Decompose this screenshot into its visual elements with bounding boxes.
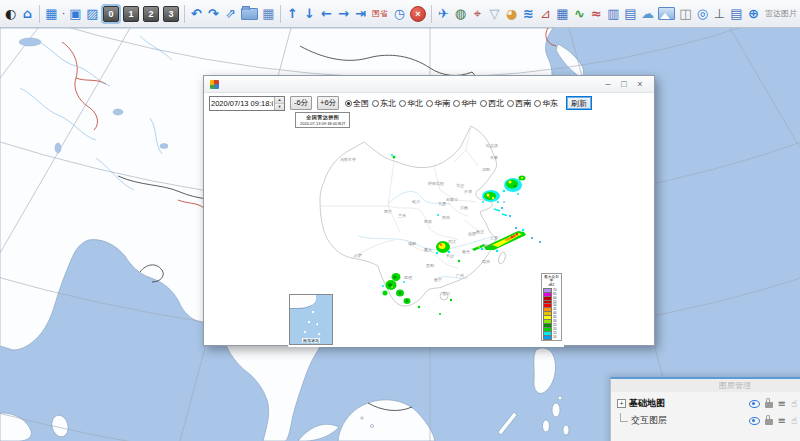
- guosheng-label[interactable]: 国省: [369, 10, 391, 18]
- radar-globe-icon[interactable]: ◍: [452, 3, 469, 25]
- region-radio-group: 全国东北华北华南华中西北西南华东: [345, 98, 561, 109]
- panel-list-icon[interactable]: ▤: [728, 3, 745, 25]
- radio-label: 西南: [515, 98, 531, 109]
- stop-icon[interactable]: ×: [410, 6, 426, 22]
- toolbar-separator: [280, 5, 281, 23]
- region-radio-华南[interactable]: 华南: [426, 98, 450, 109]
- inset-label: 南海诸岛: [302, 338, 320, 343]
- minimize-button[interactable]: –: [600, 77, 616, 91]
- swap-window-icon[interactable]: ▨: [84, 3, 101, 25]
- region-radio-华中[interactable]: 华中: [453, 98, 477, 109]
- toolbar-separator: [39, 5, 40, 23]
- layer-list-icon[interactable]: ≡: [778, 399, 786, 409]
- pan-left-icon[interactable]: ←: [318, 3, 335, 25]
- prev-frame-button[interactable]: -6分: [290, 96, 312, 110]
- pan-down-icon[interactable]: ↓: [301, 3, 318, 25]
- refresh-button[interactable]: 刷新: [566, 96, 592, 110]
- region-radio-西北[interactable]: 西北: [480, 98, 504, 109]
- radio-label: 华东: [542, 98, 558, 109]
- dropdown-dot-icon[interactable]: ·: [60, 3, 67, 25]
- radio-label: 华中: [461, 98, 477, 109]
- layer-label: 交互图层: [631, 414, 667, 427]
- radio-label: 华北: [407, 98, 423, 109]
- radio-icon: [345, 100, 352, 107]
- close-button[interactable]: ×: [632, 77, 648, 91]
- table-2x-icon[interactable]: ▤: [622, 3, 639, 25]
- pan-right-icon[interactable]: →: [335, 3, 352, 25]
- contrast-icon[interactable]: ◐: [2, 3, 19, 25]
- region-radio-全国[interactable]: 全国: [345, 98, 369, 109]
- radar-title-box: 全国雷达拼图 2020-07-13 09:18:00 BJT: [295, 112, 350, 128]
- dialog-titlebar[interactable]: – □ ×: [204, 76, 654, 93]
- search-globe-icon[interactable]: ◎: [694, 3, 711, 25]
- legend-swatch: [543, 335, 552, 340]
- pan-up-icon[interactable]: ↑: [284, 3, 301, 25]
- table-n-icon[interactable]: ▥: [605, 3, 622, 25]
- screen-0-button[interactable]: 0: [103, 6, 119, 22]
- toolbar-separator: [184, 5, 185, 23]
- step-end-icon[interactable]: ⇥: [352, 3, 369, 25]
- typhoon-icon[interactable]: ▽: [486, 3, 503, 25]
- region-radio-华东[interactable]: 华东: [534, 98, 558, 109]
- spinner-down-icon[interactable]: ▼: [275, 104, 284, 110]
- redo-icon[interactable]: ↷: [205, 3, 222, 25]
- flight-track-icon[interactable]: ✈: [435, 3, 452, 25]
- export-icon[interactable]: ⇗: [222, 3, 239, 25]
- datetime-input[interactable]: [210, 97, 274, 110]
- radio-label: 全国: [353, 98, 369, 109]
- visibility-eye-icon[interactable]: [749, 400, 760, 408]
- hand-pointer-icon[interactable]: ☝: [791, 416, 797, 426]
- screen-1-button[interactable]: 1: [123, 6, 139, 22]
- region-radio-西南[interactable]: 西南: [507, 98, 531, 109]
- legend-entries: 70656055504540353025201510: [543, 289, 560, 340]
- layer-row[interactable]: +基础地图≡☝: [617, 395, 800, 412]
- image-view-icon[interactable]: [658, 7, 675, 20]
- layer-panel-titlebar[interactable]: 图层管理: [611, 379, 800, 392]
- region-radio-华北[interactable]: 华北: [399, 98, 423, 109]
- database-icon[interactable]: ◫: [677, 3, 694, 25]
- next-frame-button[interactable]: +6分: [317, 96, 339, 110]
- schedule-table-icon[interactable]: ▦: [554, 3, 571, 25]
- lock-icon[interactable]: [765, 419, 773, 425]
- layer-actions: ≡☝: [749, 416, 800, 426]
- reflectivity-legend: 最大反射率 dBZ 70656055504540353025201510: [541, 273, 562, 341]
- radio-icon: [534, 100, 541, 107]
- profile-plot-icon[interactable]: ⊥: [711, 3, 728, 25]
- radio-label: 西北: [488, 98, 504, 109]
- radar-title: 全国雷达拼图: [300, 114, 345, 121]
- open-folder-icon[interactable]: [241, 8, 258, 20]
- expander-icon[interactable]: +: [617, 399, 626, 408]
- hand-pointer-icon[interactable]: ☝: [791, 399, 797, 409]
- radio-icon: [507, 100, 514, 107]
- precip-cloud-icon[interactable]: ☁: [639, 3, 656, 25]
- layer-row[interactable]: 交互图层≡☝: [617, 412, 800, 429]
- layer-actions: ≡☝: [749, 399, 800, 409]
- radio-icon: [453, 100, 460, 107]
- maximize-button[interactable]: □: [616, 77, 632, 91]
- radar-images-label[interactable]: 雷达图片: [762, 10, 800, 18]
- layer-list-icon[interactable]: ≡: [778, 416, 786, 426]
- curve-red-icon[interactable]: ≈: [588, 3, 605, 25]
- radar-mosaic-dialog: – □ × ▲ ▼ -6分 +6分 全国东北华北华南华中西北西南华东 刷新: [203, 75, 655, 346]
- screen-2-button[interactable]: 2: [143, 6, 159, 22]
- curve-green-icon[interactable]: ∿: [571, 3, 588, 25]
- region-radio-东北[interactable]: 东北: [372, 98, 396, 109]
- screen-3-button[interactable]: 3: [163, 6, 179, 22]
- clock-icon[interactable]: ◷: [391, 3, 408, 25]
- radio-icon: [426, 100, 433, 107]
- tile-windows-icon[interactable]: ▦: [43, 3, 60, 25]
- radio-icon: [480, 100, 487, 107]
- south-china-sea-inset: 南海诸岛: [289, 294, 333, 345]
- spinner-up-icon[interactable]: ▲: [275, 97, 284, 104]
- visibility-eye-icon[interactable]: [749, 417, 760, 425]
- radio-tower-icon[interactable]: ⌖: [469, 3, 486, 25]
- radar-dish-icon[interactable]: ⊿: [537, 3, 554, 25]
- layers-icon[interactable]: ≋: [520, 3, 537, 25]
- table-query-icon[interactable]: ▦: [260, 3, 277, 25]
- satellite-earth-icon[interactable]: ◕: [503, 3, 520, 25]
- lock-icon[interactable]: [765, 402, 773, 408]
- cascade-windows-icon[interactable]: ▣: [67, 3, 84, 25]
- undo-icon[interactable]: ↶: [188, 3, 205, 25]
- globe-grid-icon[interactable]: ⊕: [745, 3, 762, 25]
- home-icon[interactable]: ⌂: [19, 3, 36, 25]
